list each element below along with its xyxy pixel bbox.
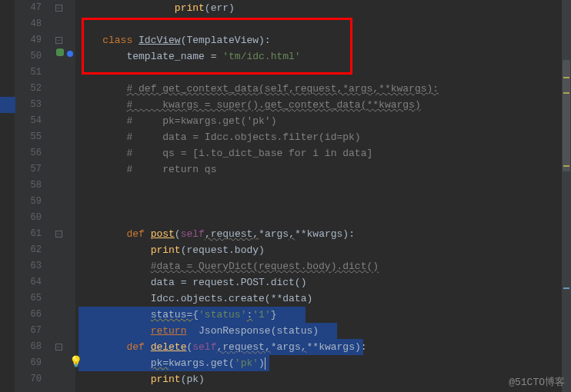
fold-icon[interactable]: − [55,230,63,238]
code-token: } [271,309,277,321]
code-token: def [126,228,150,240]
code-token: pk= [151,357,169,369]
breakpoint-indicator[interactable] [67,51,73,57]
line-number[interactable]: 57 [15,161,45,178]
code-line[interactable]: print(request.body) [75,242,571,258]
code-line[interactable]: # kwargs = super().get_context_data(**kw… [75,97,571,113]
line-number[interactable]: 54 [15,113,45,129]
code-token: # qs = [i.to_dict_base for i in data] [126,148,372,159]
code-line[interactable]: # def get_context_data(self,request,*arg… [75,81,571,97]
code-token: 'pk' [235,357,259,369]
intention-bulb-icon[interactable]: 💡 [69,355,82,368]
code-token: template_name = [126,51,222,62]
code-line[interactable]: data = request.POST.dict() [75,274,571,291]
svg-point-2 [56,53,64,56]
code-token: Idcc.objects.create(**data) [151,293,313,304]
text-caret [265,357,265,370]
watermark-text: @51CTO博客 [509,375,565,389]
line-number[interactable]: 64 [15,274,45,291]
code-token: IdcView [139,35,181,46]
code-line[interactable]: Idcc.objects.create(**data) [75,291,571,307]
code-line[interactable]: # pk=kwargs.get('pk') [75,113,571,129]
code-token: (request.body) [181,244,265,256]
code-token: # kwargs = super().get_context_data(**kw… [126,99,420,111]
code-token: (pk) [181,374,205,385]
line-number[interactable]: 58 [15,178,45,194]
code-line[interactable]: print(err) [75,0,571,16]
code-token: '1' [252,309,270,321]
line-number[interactable]: 62 [15,242,45,258]
code-line[interactable]: status={'status':'1'} [75,307,571,323]
line-number[interactable]: 60 [15,210,45,226]
code-token: return [151,325,187,337]
code-token: status= [151,309,193,321]
left-margin [0,0,15,392]
fold-icon[interactable]: − [55,36,63,44]
code-token: self [181,228,205,240]
code-token: def [126,341,150,353]
code-line[interactable]: class IdcView(TemplateView): [75,32,571,48]
code-token: *args [259,228,289,240]
line-number[interactable]: 67 [15,323,45,339]
code-token: { [192,309,199,321]
db-breakpoint-icon[interactable] [55,48,68,57]
code-line[interactable] [75,16,571,32]
code-line[interactable] [75,178,571,194]
code-line[interactable]: pk=kwargs.get('pk') [75,355,571,371]
code-line[interactable]: #data = QueryDict(request.body).dict() [75,258,571,274]
code-token: , [301,341,307,353]
code-line[interactable]: # return qs [75,161,571,178]
code-token: self [192,341,216,353]
gutter-icons: − − − − [54,0,75,392]
line-number[interactable]: 69 [15,355,45,371]
code-token: ,request, [216,341,270,353]
line-number[interactable]: 47 [15,0,45,16]
line-number[interactable]: 49 [15,32,45,48]
code-editor: 4748495051525354555657585960616263646566… [0,0,571,392]
line-number[interactable]: 52 [15,81,45,97]
code-line[interactable]: def delete(self,request,*args,**kwargs): [75,339,571,355]
code-line[interactable] [75,194,571,210]
code-line[interactable] [75,65,571,81]
line-number[interactable]: 55 [15,129,45,145]
code-line[interactable]: # qs = [i.to_dict_base for i in data] [75,145,571,161]
code-token: data = request.POST.dict() [151,277,307,288]
code-line[interactable]: template_name = 'tm/idc.html' [75,48,571,65]
line-number[interactable]: 63 [15,258,45,274]
code-token: # data = Idcc.objects.filter(id=pk) [126,131,360,143]
code-line[interactable]: print(pk) [75,371,571,387]
line-number[interactable]: 61 [15,226,45,242]
code-content[interactable]: print(err) class IdcView(TemplateView): … [75,0,571,392]
code-line[interactable]: return JsonResponse(status) [75,323,571,339]
line-number[interactable]: 59 [15,194,45,210]
line-number-gutter[interactable]: 4748495051525354555657585960616263646566… [15,0,54,392]
fold-icon[interactable]: − [55,4,63,12]
line-number[interactable]: 48 [15,16,45,32]
code-line[interactable] [75,210,571,226]
code-token: **kwargs): [307,341,367,353]
code-token: # def get_context_data(self,request,*arg… [126,83,439,95]
code-token: *args [271,341,301,353]
line-number[interactable]: 66 [15,307,45,323]
code-token: (TemplateView): [181,35,271,46]
code-line[interactable]: # data = Idcc.objects.filter(id=pk) [75,129,571,145]
code-line[interactable]: def post(self,request,*args,**kwargs): [75,226,571,242]
code-token: , [289,228,295,240]
code-token: print [151,374,181,385]
line-number[interactable]: 50 [15,48,45,65]
code-token: ( [175,228,181,240]
change-marker [0,97,15,113]
line-number[interactable]: 70 [15,371,45,387]
line-number[interactable]: 51 [15,65,45,81]
code-token: class [102,35,139,46]
line-number[interactable]: 68 [15,339,45,355]
line-number[interactable]: 53 [15,97,45,113]
line-number[interactable]: 65 [15,291,45,307]
fold-icon[interactable]: − [55,343,63,350]
code-token: post [151,228,175,240]
code-token: ) [259,357,265,369]
code-token: 'tm/idc.html' [222,51,300,62]
code-token: print [151,244,181,256]
line-number[interactable]: 56 [15,145,45,161]
code-token: ,request, [205,228,259,240]
